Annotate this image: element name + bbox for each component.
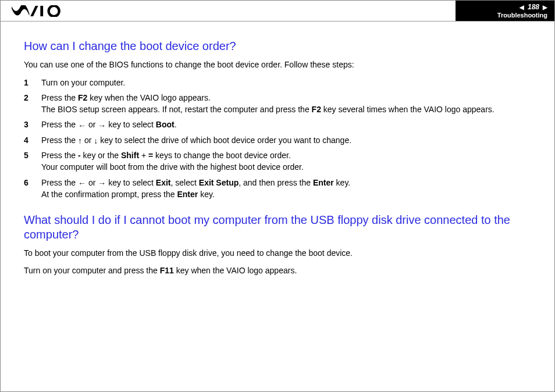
section1-steps: Turn on your computer. Press the F2 key … xyxy=(24,77,531,201)
page-header: ◀ 188 ▶ Troubleshooting xyxy=(1,1,554,22)
step-4: Press the ↑ or ↓ key to select the drive… xyxy=(24,134,531,146)
nav-next-icon[interactable]: ▶ xyxy=(543,4,547,10)
section1-intro: You can use one of the BIOS functions to… xyxy=(24,59,531,71)
arrow-right-icon: → xyxy=(98,122,106,130)
page-content: How can I change the boot device order? … xyxy=(1,22,554,294)
arrow-left-icon: ← xyxy=(78,179,86,187)
step-2: Press the F2 key when the VAIO logo appe… xyxy=(24,92,531,116)
step-1: Turn on your computer. xyxy=(24,77,531,88)
arrow-up-icon: ↑ xyxy=(78,137,82,145)
header-right: ◀ 188 ▶ Troubleshooting xyxy=(456,1,554,21)
header-spacer xyxy=(76,1,456,21)
svg-rect-0 xyxy=(40,5,43,16)
arrow-right-icon: → xyxy=(98,179,106,187)
page-nav: ◀ 188 ▶ xyxy=(520,3,547,11)
section1-heading: How can I change the boot device order? xyxy=(24,39,531,54)
section2-p2: Turn on your computer and press the F11 … xyxy=(24,265,531,277)
section2-heading: What should I do if I cannot boot my com… xyxy=(24,213,531,242)
step-5: Press the - key or the Shift + = keys to… xyxy=(24,149,531,173)
vaio-logo-svg xyxy=(11,5,66,17)
page-number: 188 xyxy=(528,3,539,11)
step-6: Press the ← or → key to select Exit, sel… xyxy=(24,177,531,201)
vaio-logo xyxy=(1,1,76,21)
svg-point-1 xyxy=(48,5,59,16)
arrow-left-icon: ← xyxy=(78,122,86,130)
section2-p1: To boot your computer from the USB flopp… xyxy=(24,248,531,259)
nav-prev-icon[interactable]: ◀ xyxy=(520,4,524,10)
step-3: Press the ← or → key to select Boot. xyxy=(24,119,531,130)
breadcrumb: Troubleshooting xyxy=(497,12,547,19)
